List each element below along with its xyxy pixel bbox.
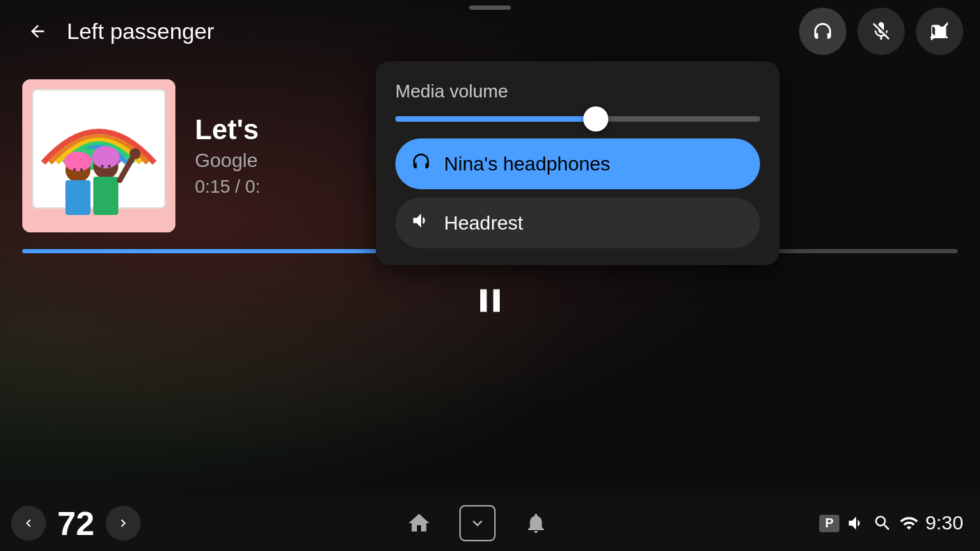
svg-point-12 xyxy=(80,168,83,171)
headphones-option-icon xyxy=(411,151,432,177)
p-badge: P xyxy=(819,515,839,532)
ninas-headphones-label: Nina's headphones xyxy=(444,153,610,175)
top-right-icons xyxy=(799,8,963,55)
svg-point-10 xyxy=(129,148,141,159)
playback-controls xyxy=(0,253,980,356)
volume-label: Media volume xyxy=(395,81,760,102)
channel-number: 72 xyxy=(52,504,100,543)
svg-rect-4 xyxy=(65,180,90,215)
svg-point-5 xyxy=(64,152,92,171)
track-title: Let's xyxy=(195,114,260,145)
album-art xyxy=(22,79,175,232)
chevron-down-button[interactable] xyxy=(459,505,496,541)
headphones-button[interactable] xyxy=(799,8,846,55)
track-info: Let's Google 0:15 / 0: xyxy=(195,114,260,198)
page-title: Left passenger xyxy=(67,19,214,45)
time-display: 9:30 xyxy=(926,512,964,534)
channel-down-button[interactable] xyxy=(11,506,46,541)
channel-up-button[interactable] xyxy=(106,506,141,541)
audio-option-ninas-headphones[interactable]: Nina's headphones xyxy=(395,138,760,189)
track-time: 0:15 / 0: xyxy=(195,176,260,198)
bottom-center-nav xyxy=(152,505,803,541)
volume-slider-fill xyxy=(395,116,596,122)
volume-slider-container[interactable] xyxy=(395,116,760,122)
volume-slider-thumb[interactable] xyxy=(583,106,608,131)
bottom-right: P 9:30 xyxy=(803,512,980,534)
drag-handle xyxy=(469,6,511,10)
back-button[interactable] xyxy=(17,10,58,52)
svg-point-14 xyxy=(108,165,111,168)
svg-rect-7 xyxy=(93,177,118,215)
audio-option-headrest[interactable]: Headrest xyxy=(395,198,760,248)
svg-point-13 xyxy=(101,165,104,168)
screen-off-button[interactable] xyxy=(916,8,963,55)
mic-off-button[interactable] xyxy=(858,8,905,55)
headrest-label: Headrest xyxy=(444,212,523,234)
volume-slider-track[interactable] xyxy=(395,116,760,122)
bottom-left: 72 xyxy=(0,504,152,543)
bottom-nav: 72 P xyxy=(0,495,980,551)
svg-point-8 xyxy=(92,146,120,168)
speaker-option-icon xyxy=(411,210,432,236)
track-artist: Google xyxy=(195,150,260,172)
pause-button[interactable] xyxy=(471,281,509,328)
volume-dropdown: Media volume Nina's headphones Headrest xyxy=(376,61,780,265)
svg-point-11 xyxy=(73,168,76,171)
notifications-button[interactable] xyxy=(518,505,554,541)
home-button[interactable] xyxy=(401,505,437,541)
progress-bar-fill xyxy=(22,249,397,253)
